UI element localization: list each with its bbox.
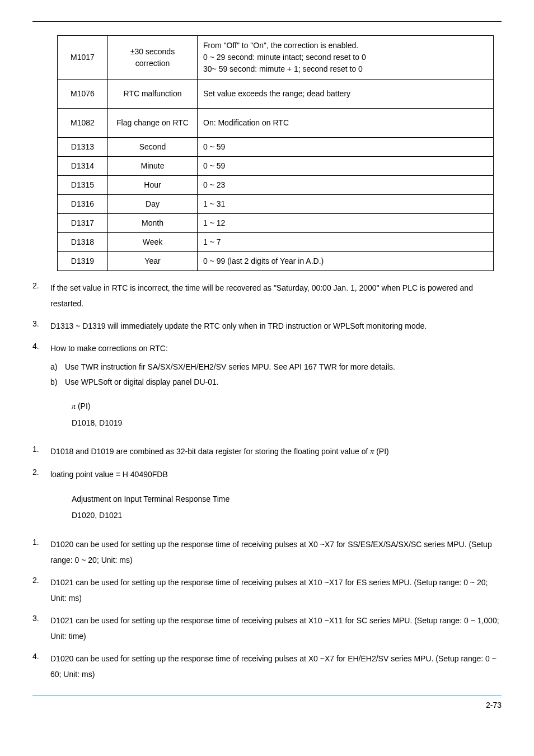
table-cell: Second — [108, 138, 198, 157]
table-cell: On: Modification on RTC — [198, 109, 494, 138]
table-cell: Day — [108, 195, 198, 214]
list-text: loating point value = H 40490FDB — [50, 466, 502, 482]
list-text: If the set value in RTC is incorrect, th… — [50, 280, 502, 311]
list-text: D1020 can be used for setting up the res… — [50, 651, 502, 682]
table-cell: D1313 — [58, 138, 108, 157]
sub-text: Use TWR instruction fir SA/SX/SX/EH/EH2/… — [65, 360, 395, 375]
table-cell: D1319 — [58, 252, 108, 271]
pi-symbol: π — [72, 402, 76, 410]
table-cell: M1017 — [58, 36, 108, 80]
table-cell: 1 ~ 31 — [198, 195, 494, 214]
table-cell: 0 ~ 59 — [198, 138, 494, 157]
sub-text: Use WPLSoft or digital display panel DU-… — [65, 375, 219, 390]
list-marker: 2. — [32, 280, 50, 311]
table-cell: Week — [108, 233, 198, 252]
table-cell: Minute — [108, 157, 198, 176]
table-cell: D1314 — [58, 157, 108, 176]
rtc-table: M1017±30 seconds correctionFrom "Off" to… — [57, 35, 494, 271]
table-cell: Hour — [108, 176, 198, 195]
table-cell: From "Off" to "On", the correction is en… — [198, 36, 494, 80]
table-cell: M1076 — [58, 80, 108, 109]
list-text: D1313 ~ D1319 will immediately update th… — [50, 318, 502, 334]
adj-registers: D1020, D1021 — [72, 507, 502, 524]
list-marker: 3. — [32, 613, 50, 644]
table-cell: Set value exceeds the range; dead batter… — [198, 80, 494, 109]
table-cell: 1 ~ 12 — [198, 214, 494, 233]
table-cell: 0 ~ 23 — [198, 176, 494, 195]
list-text: How to make corrections on RTC: — [50, 344, 168, 353]
list-c: 1. D1020 can be used for setting up the … — [32, 536, 502, 682]
list-text: D1021 can be used for setting up the res… — [50, 613, 502, 644]
table-cell: 0 ~ 59 — [198, 157, 494, 176]
header-rule — [32, 21, 502, 22]
table-cell: 0 ~ 99 (last 2 digits of Year in A.D.) — [198, 252, 494, 271]
table-cell: D1318 — [58, 233, 108, 252]
pi-label: (PI) — [78, 402, 91, 410]
list-b: 1. D1018 and D1019 are combined as 32-bi… — [32, 444, 502, 482]
list-body: How to make corrections on RTC: a) Use T… — [50, 340, 502, 389]
table-cell: D1316 — [58, 195, 108, 214]
list-marker: 1. — [32, 536, 50, 568]
table-cell: D1317 — [58, 214, 108, 233]
table-cell: M1082 — [58, 109, 108, 138]
list-text: D1018 and D1019 are combined as 32-bit d… — [50, 444, 502, 460]
sub-marker: a) — [50, 360, 65, 375]
table-cell: 1 ~ 7 — [198, 233, 494, 252]
pi-registers: D1018, D1019 — [72, 415, 502, 431]
table-cell: Flag change on RTC — [108, 109, 198, 138]
table-cell: Month — [108, 214, 198, 233]
list-text: D1021 can be used for setting up the res… — [50, 575, 502, 606]
list-a: 2. If the set value in RTC is incorrect,… — [32, 280, 502, 389]
table-cell: D1315 — [58, 176, 108, 195]
list-text: D1020 can be used for setting up the res… — [50, 536, 502, 568]
list-marker: 4. — [32, 340, 50, 389]
footer: 2-73 — [32, 696, 502, 711]
list-marker: 4. — [32, 651, 50, 682]
sub-marker: b) — [50, 375, 65, 390]
table-cell: RTC malfunction — [108, 80, 198, 109]
list-marker: 2. — [32, 466, 50, 482]
table-cell: ±30 seconds correction — [108, 36, 198, 80]
section-pi: π (PI) D1018, D1019 — [72, 398, 502, 431]
list-marker: 2. — [32, 575, 50, 606]
table-cell: Year — [108, 252, 198, 271]
section-adjustment: Adjustment on Input Terminal Response Ti… — [72, 491, 502, 524]
list-marker: 3. — [32, 318, 50, 334]
adj-title: Adjustment on Input Terminal Response Ti… — [72, 491, 502, 507]
page-number: 2-73 — [486, 701, 502, 710]
list-marker: 1. — [32, 444, 50, 460]
